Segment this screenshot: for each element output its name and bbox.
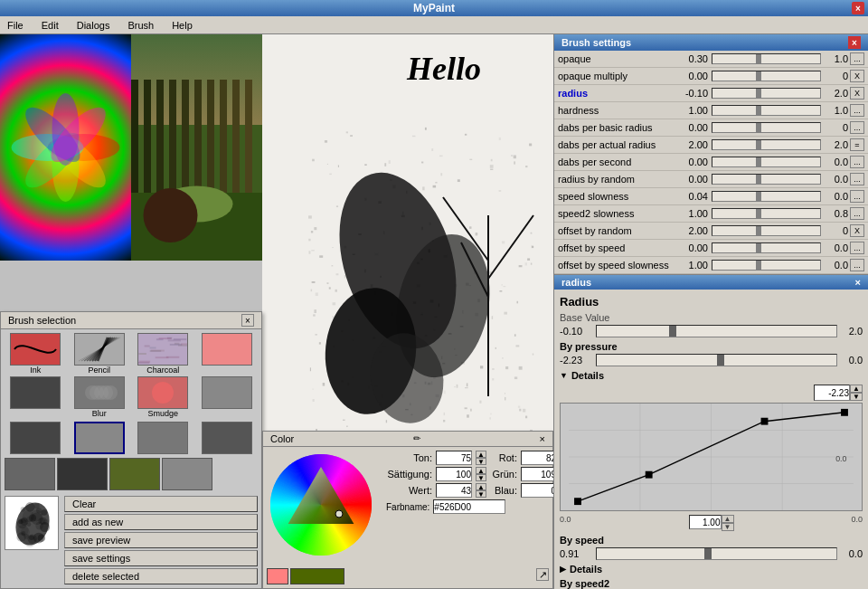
setting-slider-12[interactable] [712, 260, 821, 271]
setting-slider-10[interactable] [712, 225, 821, 236]
ton-spinner[interactable]: ▲ ▼ [476, 451, 486, 465]
brush-item-r4-3[interactable] [109, 458, 160, 490]
menu-dialogs[interactable]: Dialogs [73, 19, 114, 32]
menu-brush[interactable]: Brush [124, 19, 157, 32]
swatch-1[interactable] [267, 568, 288, 584]
setting-btn-7[interactable]: ... [850, 173, 864, 185]
setting-row-4[interactable]: dabs per basic radius0.000... [554, 119, 868, 137]
save-preview-button[interactable]: save preview [64, 532, 258, 548]
rot-input[interactable] [521, 451, 553, 465]
wert-spinner[interactable]: ▲ ▼ [476, 483, 486, 498]
setting-btn-4[interactable]: ... [850, 121, 864, 134]
setting-row-8[interactable]: speed slowness0.040.0... [554, 188, 868, 205]
farbname-input[interactable] [433, 499, 505, 514]
setting-btn-8[interactable]: ... [850, 190, 864, 203]
setting-slider-0[interactable] [712, 53, 821, 64]
color-panel-close[interactable]: × [540, 433, 545, 444]
setting-slider-6[interactable] [712, 157, 821, 167]
setting-slider-1[interactable] [712, 71, 821, 81]
art-canvas-right[interactable] [131, 34, 262, 261]
clear-button[interactable]: Clear [64, 496, 258, 512]
color-wheel[interactable] [267, 451, 375, 559]
setting-row-11[interactable]: offset by speed0.000.0... [554, 240, 868, 257]
close-button[interactable]: × [852, 2, 864, 14]
brush-item-charcoal[interactable]: Charcoal [132, 333, 194, 375]
brush-item-r4-1[interactable] [5, 458, 55, 490]
setting-slider-9[interactable] [712, 208, 821, 219]
setting-btn-3[interactable]: ... [850, 104, 864, 117]
setting-btn-10[interactable]: X [850, 224, 864, 237]
setting-btn-5[interactable]: = [850, 138, 864, 151]
blau-input[interactable] [521, 483, 553, 498]
radius-panel-close[interactable]: × [855, 277, 861, 288]
setting-slider-5[interactable] [712, 139, 821, 150]
spinbox-up[interactable]: ▲ [850, 385, 863, 393]
delete-selected-button[interactable]: delete selected [64, 568, 258, 584]
setting-row-7[interactable]: radius by random0.000.0... [554, 171, 868, 188]
chart-spinbox[interactable]: ▲ ▼ [689, 515, 734, 531]
brush-item-pencil[interactable]: Pencil [69, 333, 131, 375]
brush-item-r3-2[interactable] [69, 422, 131, 454]
spinbox-down[interactable]: ▼ [850, 393, 863, 401]
brush-settings-close[interactable]: × [848, 36, 861, 49]
setting-btn-2[interactable]: X [850, 87, 864, 100]
brush-selection-close[interactable]: × [241, 314, 254, 327]
setting-row-0[interactable]: opaque0.301.0... [554, 51, 868, 68]
swatch-2[interactable] [290, 568, 344, 584]
menu-edit[interactable]: Edit [38, 19, 62, 32]
setting-row-9[interactable]: speed2 slowness1.000.8... [554, 205, 868, 223]
setting-slider-7[interactable] [712, 174, 821, 185]
setting-btn-1[interactable]: X [850, 70, 864, 82]
setting-btn-11[interactable]: ... [850, 242, 864, 254]
main-canvas[interactable] [262, 34, 553, 460]
brush-item-r3-4[interactable] [196, 422, 259, 454]
setting-btn-9[interactable]: ... [850, 207, 864, 220]
base-value-slider[interactable] [596, 325, 837, 337]
art-canvas-left[interactable] [0, 34, 131, 261]
pressure-slider[interactable] [596, 354, 837, 366]
chart-up[interactable]: ▲ [722, 515, 734, 523]
setting-row-3[interactable]: hardness1.001.0... [554, 102, 868, 119]
brush-item-r3-1[interactable] [5, 422, 67, 454]
setting-slider-2[interactable] [712, 88, 821, 99]
details-toggle[interactable]: ▼ Details [560, 370, 863, 381]
color-pick-button[interactable]: ↗ [536, 568, 549, 581]
setting-slider-11[interactable] [712, 242, 821, 253]
wert-input[interactable] [436, 483, 472, 498]
setting-row-12[interactable]: offset by speed slowness1.000.0... [554, 257, 868, 274]
bezier-chart[interactable]: 0.0 [560, 403, 863, 511]
menu-file[interactable]: File [4, 19, 27, 32]
setting-row-10[interactable]: offset by random2.000X [554, 223, 868, 240]
menu-help[interactable]: Help [168, 19, 196, 32]
wert-down[interactable]: ▼ [476, 490, 486, 498]
chart-spinbox-input[interactable] [689, 515, 722, 529]
spinbox-input[interactable] [814, 385, 850, 401]
sattigung-spinner[interactable]: ▲ ▼ [476, 467, 486, 481]
color-wheel-canvas[interactable] [267, 451, 375, 559]
setting-slider-3[interactable] [712, 105, 821, 116]
brush-item-ink[interactable]: Ink [5, 333, 67, 375]
brush-item-r2-4[interactable] [196, 376, 259, 418]
brush-item-r2-1[interactable] [5, 376, 67, 418]
brush-item-r2-3[interactable]: Smudge [132, 376, 194, 418]
details2-toggle[interactable]: ▶ Details [560, 564, 863, 575]
setting-row-1[interactable]: opaque multiply0.000X [554, 68, 868, 85]
brush-item-r4-2[interactable] [57, 458, 108, 490]
grun-input[interactable] [521, 467, 553, 481]
setting-row-2[interactable]: radius-0.102.0X [554, 85, 868, 102]
speed-slider[interactable] [596, 547, 837, 560]
setting-btn-6[interactable]: ... [850, 156, 864, 168]
setting-row-5[interactable]: dabs per actual radius2.002.0= [554, 137, 868, 154]
sat-down[interactable]: ▼ [476, 474, 486, 481]
setting-btn-12[interactable]: ... [850, 259, 864, 271]
brush-item-r4-4[interactable] [162, 458, 212, 490]
ton-down[interactable]: ▼ [476, 458, 486, 465]
ton-input[interactable] [436, 451, 472, 465]
setting-row-6[interactable]: dabs per second0.000.0... [554, 154, 868, 171]
brush-item-extra[interactable] [196, 333, 259, 375]
brush-item-r3-3[interactable] [132, 422, 194, 454]
setting-slider-8[interactable] [712, 191, 821, 202]
add-as-new-button[interactable]: add as new [64, 514, 258, 530]
setting-slider-4[interactable] [712, 122, 821, 133]
sattigung-input[interactable] [436, 467, 472, 481]
